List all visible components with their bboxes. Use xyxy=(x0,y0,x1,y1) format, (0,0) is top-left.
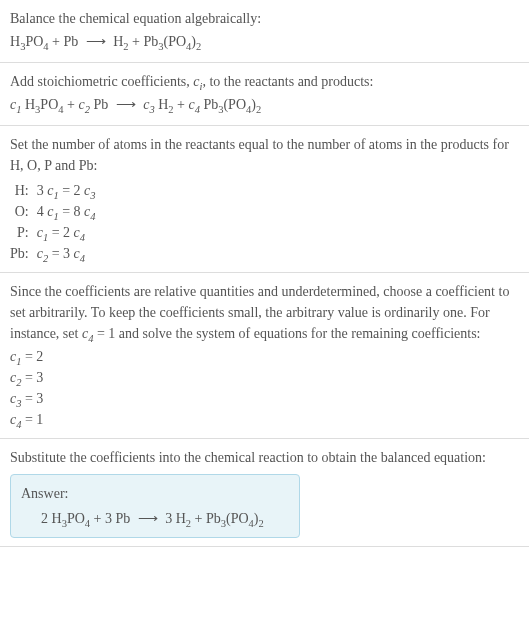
species-h2: 3 H2 xyxy=(162,511,191,526)
species-h3po4: H3PO4 xyxy=(21,97,63,112)
atom-label: P: xyxy=(10,222,37,243)
arrow-icon: ⟶ xyxy=(82,34,110,49)
atom-row-h: H: 3 c1 = 2 c3 xyxy=(10,180,96,201)
atom-label: H: xyxy=(10,180,37,201)
answer-label: Answer: xyxy=(21,483,289,504)
atom-equation: 3 c1 = 2 c3 xyxy=(37,180,96,201)
plus-pb: + Pb xyxy=(49,34,82,49)
section-balance-intro: Balance the chemical equation algebraica… xyxy=(0,0,529,63)
coef-result-c2: c2 = 3 xyxy=(10,367,519,388)
plus-pb3po42: + Pb3(PO4)2 xyxy=(129,34,202,49)
coef-c2: c2 xyxy=(78,97,89,112)
atom-equation: c2 = 3 c4 xyxy=(37,243,96,264)
species-h3po4: 2 H3PO4 xyxy=(41,511,90,526)
intro-text: Balance the chemical equation algebraica… xyxy=(10,8,519,29)
plus-pb3po42: + Pb3(PO4)2 xyxy=(191,511,264,526)
arrow-icon: ⟶ xyxy=(134,511,162,526)
balanced-equation: 2 H3PO4 + 3 Pb ⟶ 3 H2 + Pb3(PO4)2 xyxy=(21,508,289,529)
atom-row-pb: Pb: c2 = 3 c4 xyxy=(10,243,96,264)
answer-box: Answer: 2 H3PO4 + 3 Pb ⟶ 3 H2 + Pb3(PO4)… xyxy=(10,474,300,538)
species-pb: Pb xyxy=(90,97,112,112)
solve-text: Since the coefficients are relative quan… xyxy=(10,281,519,344)
atom-equation: 4 c1 = 8 c4 xyxy=(37,201,96,222)
species-h3po4: H3PO4 xyxy=(10,34,49,49)
plus-pb: + 3 Pb xyxy=(90,511,134,526)
coef-c4: c4 xyxy=(188,97,199,112)
section-answer: Substitute the coefficients into the che… xyxy=(0,439,529,547)
arrow-icon: ⟶ xyxy=(112,97,140,112)
section-solve: Since the coefficients are relative quan… xyxy=(0,273,529,439)
atom-equation: c1 = 2 c4 xyxy=(37,222,96,243)
section-atom-equations: Set the number of atoms in the reactants… xyxy=(0,126,529,273)
unbalanced-equation: H3PO4 + Pb ⟶ H2 + Pb3(PO4)2 xyxy=(10,31,519,52)
coef-equation: c1 H3PO4 + c2 Pb ⟶ c3 H2 + c4 Pb3(PO4)2 xyxy=(10,94,519,115)
atoms-table: H: 3 c1 = 2 c3 O: 4 c1 = 8 c4 P: c1 = 2 … xyxy=(10,180,96,264)
section-add-coefficients: Add stoichiometric coefficients, ci, to … xyxy=(0,63,529,126)
species-h2: H2 xyxy=(155,97,174,112)
coef-c3: c3 xyxy=(143,97,154,112)
species-h2: H2 xyxy=(110,34,129,49)
atom-row-o: O: 4 c1 = 8 c4 xyxy=(10,201,96,222)
atom-eq-text: Set the number of atoms in the reactants… xyxy=(10,134,519,176)
coef-result-c1: c1 = 2 xyxy=(10,346,519,367)
atom-label: Pb: xyxy=(10,243,37,264)
coef-result-c4: c4 = 1 xyxy=(10,409,519,430)
add-coef-text: Add stoichiometric coefficients, ci, to … xyxy=(10,71,519,92)
atom-row-p: P: c1 = 2 c4 xyxy=(10,222,96,243)
species-pb3po42: Pb3(PO4)2 xyxy=(200,97,261,112)
coef-result-c3: c3 = 3 xyxy=(10,388,519,409)
coef-c1: c1 xyxy=(10,97,21,112)
substitute-text: Substitute the coefficients into the che… xyxy=(10,447,519,468)
atom-label: O: xyxy=(10,201,37,222)
coef-c4: c4 xyxy=(82,326,93,341)
